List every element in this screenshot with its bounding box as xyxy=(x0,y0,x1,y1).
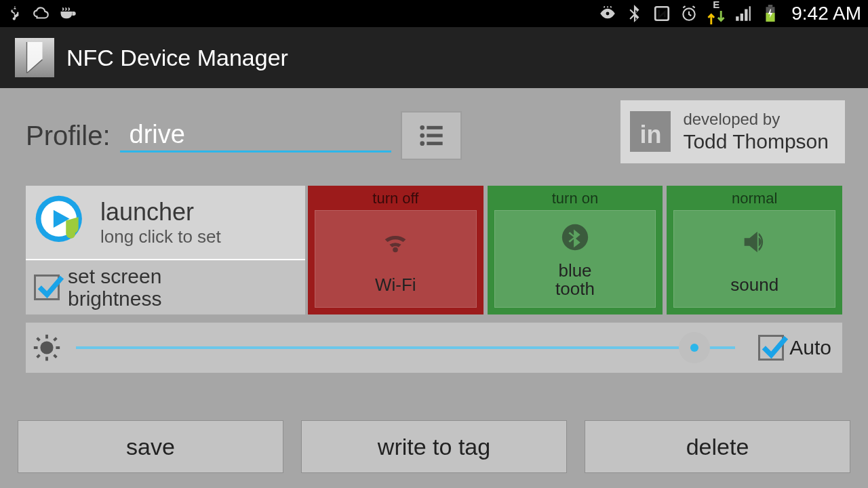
brightness-toggle-row[interactable]: set screen brightness xyxy=(26,260,305,314)
brightness-slider[interactable] xyxy=(76,346,735,349)
network-type-label: E xyxy=(713,1,719,9)
status-bar: E 9:42 AM xyxy=(0,0,868,27)
action-bar: NFC Device Manager xyxy=(0,27,868,88)
svg-rect-4 xyxy=(768,5,773,7)
profile-label: Profile: xyxy=(26,121,111,151)
eye-icon xyxy=(599,5,616,22)
wifi-icon xyxy=(378,226,412,258)
svg-point-5 xyxy=(420,125,425,130)
auto-brightness-checkbox[interactable] xyxy=(758,335,784,361)
credit-box[interactable]: in developed by Todd Thompson xyxy=(620,100,845,163)
credit-line1: developed by xyxy=(683,110,829,129)
cloud-icon xyxy=(33,5,50,22)
signal-icon xyxy=(734,5,752,22)
list-icon xyxy=(416,122,446,149)
auto-label: Auto xyxy=(789,336,831,359)
delete-button[interactable]: delete xyxy=(585,420,850,473)
usb-icon xyxy=(7,5,24,22)
data-arrows-icon xyxy=(707,9,725,26)
bluetooth-label-l1: blue xyxy=(558,260,591,281)
app-title: NFC Device Manager xyxy=(66,45,288,71)
svg-rect-8 xyxy=(427,134,442,138)
check-icon xyxy=(759,331,789,361)
credit-line2: Todd Thompson xyxy=(683,129,829,154)
coffee-icon xyxy=(58,5,76,22)
alarm-icon xyxy=(680,5,698,22)
bluetooth-icon xyxy=(626,5,644,22)
check-icon xyxy=(35,271,64,301)
write-to-tag-button[interactable]: write to tag xyxy=(301,420,567,473)
launcher-tile[interactable]: launcher long click to set xyxy=(26,186,305,260)
wifi-tile-label: Wi-Fi xyxy=(375,276,416,294)
battery-icon xyxy=(762,5,779,22)
brightness-label-l2: brightness xyxy=(68,287,161,310)
launcher-title: launcher xyxy=(100,198,221,226)
nfc-icon xyxy=(653,5,671,22)
app-icon xyxy=(15,38,54,77)
sound-tile-header: normal xyxy=(673,190,835,210)
svg-rect-10 xyxy=(427,142,442,145)
brightness-label-l1: set screen xyxy=(68,265,161,287)
brightness-checkbox[interactable] xyxy=(34,274,60,300)
linkedin-icon: in xyxy=(630,111,671,152)
svg-point-9 xyxy=(420,141,425,146)
profile-name-input[interactable] xyxy=(120,119,391,152)
wifi-tile[interactable]: turn off Wi-Fi xyxy=(308,186,484,314)
profile-list-button[interactable] xyxy=(401,111,462,160)
bluetooth-tile-header: turn on xyxy=(494,190,656,210)
bluetooth-label-l2: tooth xyxy=(555,279,595,299)
svg-point-7 xyxy=(420,134,425,138)
brightness-slider-row: Auto xyxy=(26,323,842,373)
sun-icon xyxy=(31,332,62,363)
bluetooth-tile-icon xyxy=(558,222,592,253)
launcher-subtitle: long click to set xyxy=(100,226,221,247)
slider-thumb[interactable] xyxy=(679,332,710,363)
launcher-app-icon xyxy=(34,194,91,251)
svg-rect-6 xyxy=(427,126,442,129)
sound-tile[interactable]: normal sound xyxy=(667,186,842,314)
status-time: 9:42 AM xyxy=(791,3,861,24)
svg-point-13 xyxy=(40,341,53,354)
sound-tile-label: sound xyxy=(730,276,778,294)
save-button[interactable]: save xyxy=(18,420,283,473)
speaker-icon xyxy=(738,226,772,258)
bluetooth-tile[interactable]: turn on blue tooth xyxy=(488,186,663,314)
wifi-tile-header: turn off xyxy=(315,190,477,210)
